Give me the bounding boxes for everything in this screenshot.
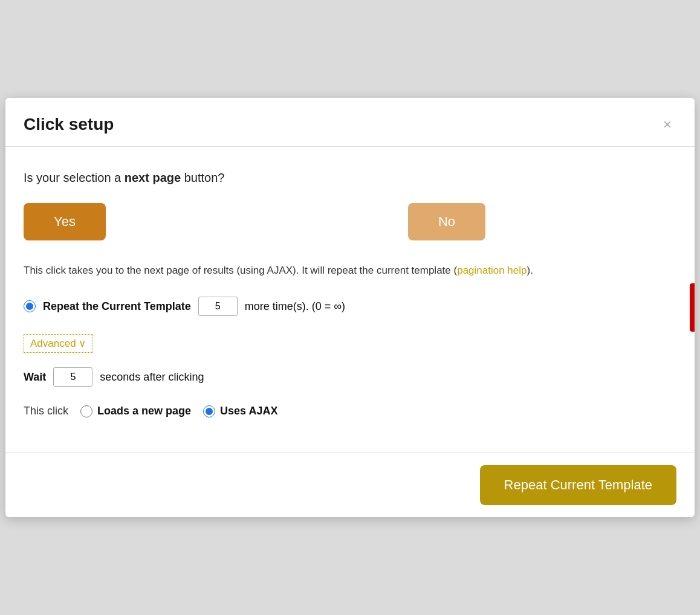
accent-bar (690, 283, 695, 332)
question-bold: next page (125, 171, 181, 184)
modal-body: Is your selection a next page button? Ye… (5, 147, 695, 452)
more-times-text: more time(s). (0 = ∞) (245, 300, 345, 313)
wait-seconds-input[interactable] (53, 367, 92, 387)
question-text: Is your selection a next page button? (24, 171, 676, 185)
uses-ajax-label: Uses AJAX (220, 405, 277, 417)
uses-ajax-option: Uses AJAX (203, 405, 277, 417)
wait-label: Wait (24, 371, 46, 384)
advanced-label: Advanced (30, 338, 76, 350)
description-text: This click takes you to the next page of… (24, 262, 676, 279)
modal-footer: Repeat Current Template (5, 452, 695, 517)
loads-new-page-label: Loads a new page (97, 405, 191, 417)
uses-ajax-radio[interactable] (203, 405, 215, 417)
modal-header: Click setup × (5, 98, 695, 147)
wait-after-text: seconds after clicking (100, 371, 204, 384)
chevron-down-icon: ∨ (79, 337, 86, 350)
repeat-times-input[interactable] (198, 297, 238, 316)
advanced-section: Advanced ∨ Wait seconds after clicking T… (24, 334, 676, 417)
modal-dialog: Click setup × Is your selection a next p… (5, 98, 695, 517)
advanced-content: Wait seconds after clicking This click L… (24, 367, 676, 417)
repeat-current-template-radio[interactable] (24, 300, 36, 312)
close-button[interactable]: × (658, 115, 676, 134)
no-button[interactable]: No (408, 203, 485, 240)
repeat-current-template-button[interactable]: Repeat Current Template (480, 465, 676, 505)
loads-new-page-radio[interactable] (80, 405, 92, 417)
yes-no-row: Yes No (24, 203, 676, 240)
advanced-toggle-button[interactable]: Advanced ∨ (24, 334, 92, 353)
yes-button[interactable]: Yes (24, 203, 106, 240)
modal-title: Click setup (24, 115, 114, 134)
loads-new-page-option: Loads a new page (80, 405, 191, 417)
pagination-help-link[interactable]: pagination help (457, 265, 527, 276)
this-click-label: This click (24, 405, 68, 417)
modal-overlay: Click setup × Is your selection a next p… (0, 0, 700, 615)
wait-row: Wait seconds after clicking (24, 367, 676, 387)
this-click-row: This click Loads a new page Uses AJAX (24, 405, 676, 417)
repeat-label: Repeat the Current Template (43, 300, 191, 313)
repeat-row: Repeat the Current Template more time(s)… (24, 297, 676, 316)
